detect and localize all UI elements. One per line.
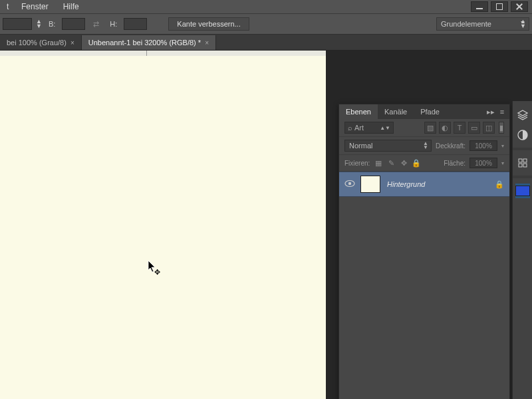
layers-panel: Ebenen Kanäle Pfade ▸▸ ≡ ⌕ Art ▲▼ ▧ ◐ T … (338, 104, 510, 399)
close-button[interactable] (511, 1, 528, 12)
lock-row: Fixieren: ▦ ✎ ✥ 🔒 Fläche: 100% ▾ (339, 155, 509, 172)
tab-channels[interactable]: Kanäle (378, 104, 414, 119)
panel-tabs: Ebenen Kanäle Pfade ▸▸ ≡ (339, 104, 509, 119)
height-input[interactable] (124, 18, 147, 30)
tab-paths[interactable]: Pfade (414, 104, 446, 119)
dropdown-arrows-icon: ▲▼ (520, 19, 526, 29)
lock-transparency-icon[interactable]: ▦ (374, 158, 383, 168)
workspace-dropdown[interactable]: Grundelemente ▲▼ (436, 17, 529, 31)
swap-icon[interactable]: ⇄ (89, 20, 103, 29)
svg-rect-3 (519, 159, 522, 162)
window-controls (471, 1, 528, 12)
blend-row: Normal ▲▼ Deckkraft: 100% ▾ (339, 137, 509, 155)
maximize-button[interactable] (491, 1, 508, 12)
workspace-area: ✥ Ebenen Kanäle Pfade ▸▸ ≡ ⌕ Art ▲▼ ▧ ◐ … (0, 51, 532, 399)
refine-edge-button[interactable]: Kante verbessern... (168, 17, 249, 31)
layer-name-label[interactable]: Hintergrund (387, 180, 425, 188)
layer-row[interactable]: Hintergrund 🔒 (339, 172, 509, 197)
blend-mode-label: Normal (349, 142, 372, 150)
opacity-label: Deckkraft: (436, 142, 466, 150)
tab-close-icon[interactable]: × (205, 39, 209, 47)
document-tab[interactable]: Unbenannt-1 bei 3200% (RGB/8) * × (82, 35, 216, 50)
tab-close-icon[interactable]: × (70, 39, 74, 47)
color-swatch[interactable] (515, 184, 530, 198)
visibility-icon[interactable] (344, 180, 354, 189)
width-label: B: (46, 20, 58, 28)
filter-type-dropdown[interactable]: ⌕ Art ▲▼ (344, 122, 394, 134)
lock-all-icon[interactable]: 🔒 (412, 158, 421, 168)
filter-image-icon[interactable]: ▧ (424, 122, 436, 134)
foreground-color-swatch[interactable] (515, 186, 530, 196)
fill-label: Fläche: (444, 160, 466, 167)
menu-window[interactable]: Fenster (15, 1, 55, 13)
menubar: t Fenster Hilfe (0, 1, 86, 13)
tab-label: Unbenannt-1 bei 3200% (RGB/8) * (88, 39, 201, 47)
document-tab[interactable]: bei 100% (Grau/8) × (0, 35, 82, 50)
layer-list: Hintergrund 🔒 (339, 172, 509, 399)
filter-adjustment-icon[interactable]: ◐ (439, 122, 451, 134)
paragraph-styles-icon[interactable] (515, 156, 530, 170)
filter-smart-icon[interactable]: ◫ (483, 122, 495, 134)
options-bar: ▲▼ B: ⇄ H: Kante verbessern... Grundelem… (0, 13, 532, 35)
filter-row: ⌕ Art ▲▼ ▧ ◐ T ▭ ◫ ▮ (339, 119, 509, 137)
filter-type-icon[interactable]: T (454, 122, 466, 134)
menu-truncated[interactable]: t (0, 1, 13, 13)
ruler-horizontal[interactable] (0, 51, 326, 56)
adjustments-icon[interactable] (515, 128, 530, 142)
width-input[interactable] (62, 18, 85, 30)
svg-rect-5 (519, 164, 522, 167)
height-label: H: (107, 20, 120, 28)
svg-point-1 (348, 182, 351, 185)
titlebar: t Fenster Hilfe (0, 0, 532, 13)
dropdown-icon[interactable]: ▾ (501, 160, 504, 166)
dropdown-arrows-icon: ▲▼ (36, 19, 42, 29)
lock-position-icon[interactable]: ✥ (399, 158, 408, 168)
opacity-input[interactable]: 100% (469, 140, 497, 151)
right-rail (512, 101, 532, 399)
filter-label: Art (354, 124, 364, 132)
panel-menu-icon[interactable]: ≡ (497, 107, 507, 116)
blend-mode-dropdown[interactable]: Normal ▲▼ (344, 140, 432, 152)
option-dropdown-1[interactable] (3, 18, 32, 30)
lock-icon: 🔒 (495, 180, 504, 189)
filter-toggle-switch[interactable]: ▮ (499, 122, 504, 134)
dropdown-icon[interactable]: ▾ (501, 143, 504, 149)
svg-rect-4 (523, 159, 527, 162)
layers-toggle-icon[interactable] (515, 108, 530, 122)
tab-layers[interactable]: Ebenen (339, 104, 378, 119)
tab-label: bei 100% (Grau/8) (7, 39, 66, 47)
layer-thumbnail[interactable] (360, 176, 380, 193)
lock-pixels-icon[interactable]: ✎ (386, 158, 396, 168)
document-tabbar: bei 100% (Grau/8) × Unbenannt-1 bei 3200… (0, 35, 532, 51)
canvas[interactable] (0, 56, 326, 399)
menu-help[interactable]: Hilfe (57, 1, 86, 13)
dropdown-arrows-icon: ▲▼ (423, 142, 428, 150)
minimize-button[interactable] (471, 1, 488, 12)
panel-collapse-icon[interactable]: ▸▸ (486, 107, 495, 116)
fill-input[interactable]: 100% (469, 158, 497, 168)
filter-shape-icon[interactable]: ▭ (468, 122, 480, 134)
lock-label: Fixieren: (344, 160, 370, 167)
workspace-label: Grundelemente (441, 20, 491, 28)
dropdown-arrows-icon: ▲▼ (380, 125, 390, 131)
search-icon: ⌕ (348, 124, 352, 132)
ruler-tick (146, 51, 147, 56)
svg-rect-6 (523, 164, 527, 167)
